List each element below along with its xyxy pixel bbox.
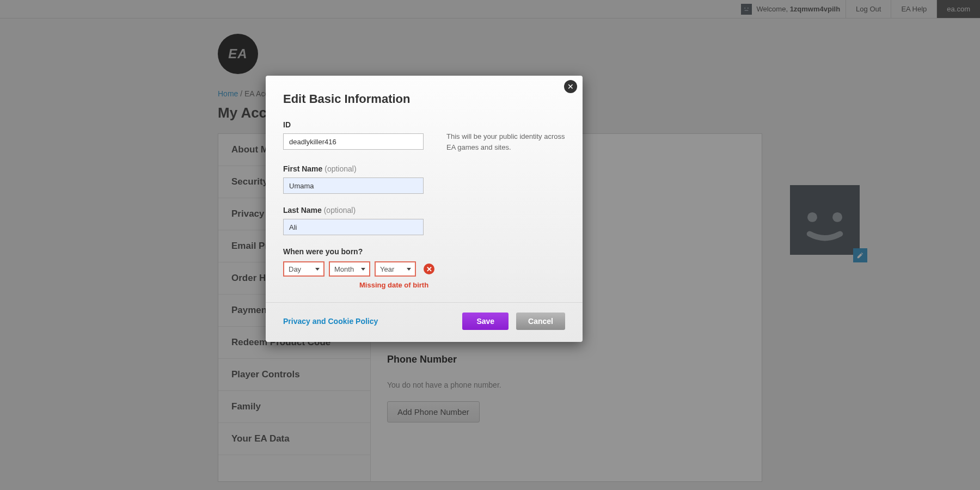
cancel-button[interactable]: Cancel: [516, 313, 565, 330]
id-label: ID: [283, 120, 425, 129]
last-name-label: Last Name (optional): [283, 206, 565, 215]
dob-year-select[interactable]: Year: [375, 261, 416, 277]
last-name-input[interactable]: [283, 219, 424, 235]
close-icon: ✕: [567, 82, 574, 91]
modal-close-button[interactable]: ✕: [564, 80, 577, 93]
modal-divider: [266, 302, 583, 303]
first-name-input[interactable]: [283, 177, 424, 194]
dob-month-select[interactable]: Month: [329, 261, 370, 277]
id-help-text: This will be your public identity across…: [446, 120, 565, 152]
first-name-label: First Name (optional): [283, 164, 565, 173]
dob-error-text: Missing date of birth: [359, 281, 565, 289]
privacy-policy-link[interactable]: Privacy and Cookie Policy: [283, 317, 378, 326]
dob-label: When were you born?: [283, 247, 565, 256]
modal-title: Edit Basic Information: [283, 92, 565, 106]
id-input[interactable]: [283, 133, 424, 150]
error-icon: ✕: [424, 264, 434, 274]
save-button[interactable]: Save: [462, 313, 509, 330]
dob-day-select[interactable]: Day: [283, 261, 324, 277]
edit-basic-info-modal: ✕ Edit Basic Information ID This will be…: [266, 76, 583, 342]
